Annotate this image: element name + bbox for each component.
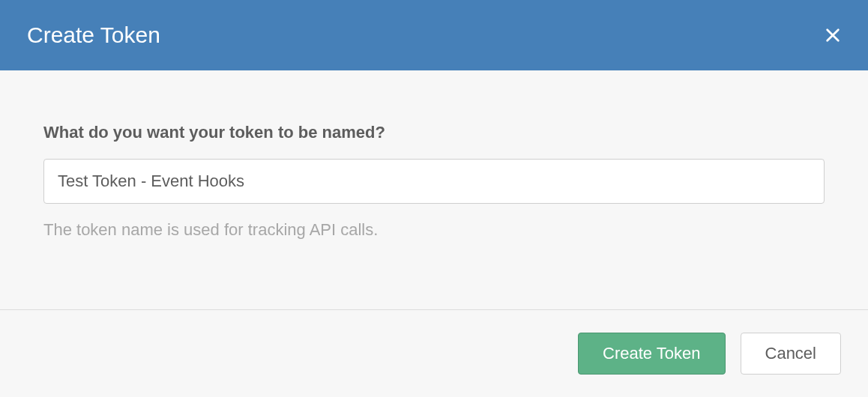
- token-name-label: What do you want your token to be named?: [43, 123, 825, 142]
- cancel-button[interactable]: Cancel: [741, 333, 841, 375]
- modal-body: What do you want your token to be named?…: [0, 70, 868, 309]
- modal-header: Create Token: [0, 0, 868, 70]
- token-name-input[interactable]: [43, 159, 825, 204]
- token-name-help-text: The token name is used for tracking API …: [43, 220, 825, 240]
- create-token-button[interactable]: Create Token: [578, 333, 725, 375]
- create-token-modal: Create Token What do you want your token…: [0, 0, 868, 397]
- close-icon[interactable]: [825, 27, 841, 43]
- modal-footer: Create Token Cancel: [0, 309, 868, 397]
- modal-title: Create Token: [27, 22, 160, 48]
